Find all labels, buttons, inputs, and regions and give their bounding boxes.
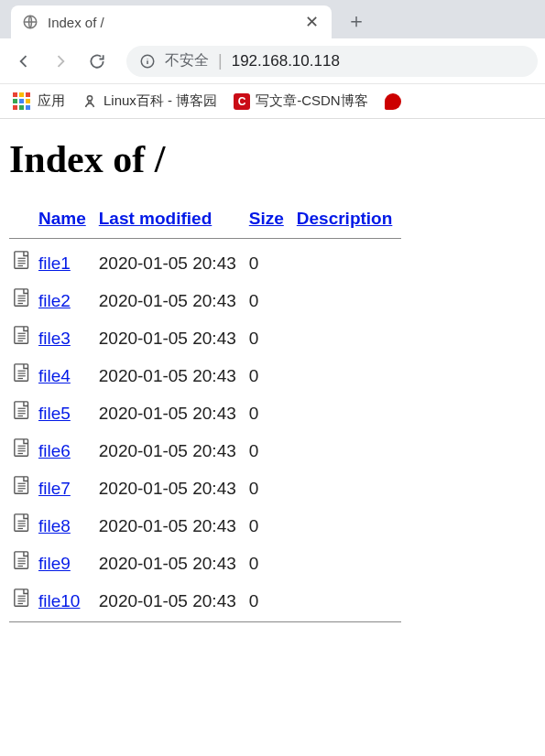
file-size: 0 (245, 357, 293, 394)
file-link[interactable]: file6 (38, 441, 71, 460)
apps-button[interactable]: 应用 (13, 92, 65, 110)
toolbar: 不安全 | 192.168.10.118 (0, 38, 545, 84)
svg-point-4 (87, 95, 92, 100)
file-description (293, 244, 402, 282)
header-divider (9, 238, 401, 239)
file-icon (13, 287, 33, 309)
forward-button[interactable] (44, 45, 77, 78)
bookmark-label: Linux百科 - 博客园 (104, 92, 217, 110)
col-description[interactable]: Description (297, 209, 393, 228)
file-icon (13, 437, 33, 459)
file-link[interactable]: file2 (38, 291, 71, 310)
table-row: file72020-01-05 20:430 (9, 470, 401, 507)
browser-tab[interactable]: Index of / ✕ (11, 5, 332, 38)
table-row: file32020-01-05 20:430 (9, 319, 401, 357)
bookmark-linux[interactable]: Linux百科 - 博客园 (82, 92, 217, 110)
file-size: 0 (245, 545, 293, 582)
redhat-icon (385, 93, 401, 110)
file-modified: 2020-01-05 20:43 (95, 319, 245, 357)
bookmark-label: 写文章-CSDN博客 (256, 92, 368, 110)
file-icon (13, 250, 33, 272)
table-row: file42020-01-05 20:430 (9, 357, 401, 394)
close-icon[interactable]: ✕ (303, 12, 321, 32)
table-header-row: Name Last modified Size Description (9, 203, 401, 236)
file-size: 0 (245, 432, 293, 470)
file-link[interactable]: file10 (38, 591, 80, 610)
file-size: 0 (245, 319, 293, 357)
apps-icon (13, 92, 30, 110)
file-modified: 2020-01-05 20:43 (95, 545, 245, 582)
file-link[interactable]: file3 (38, 329, 71, 348)
file-modified: 2020-01-05 20:43 (95, 394, 245, 432)
file-link[interactable]: file4 (38, 366, 71, 385)
file-description (293, 582, 402, 620)
file-icon (13, 400, 33, 422)
bookmark-csdn[interactable]: C 写文章-CSDN博客 (234, 92, 368, 110)
apps-label: 应用 (38, 92, 65, 110)
separator: | (218, 51, 223, 70)
file-modified: 2020-01-05 20:43 (95, 282, 245, 319)
file-description (293, 545, 402, 582)
file-modified: 2020-01-05 20:43 (95, 470, 245, 507)
table-row: file82020-01-05 20:430 (9, 507, 401, 545)
file-size: 0 (245, 470, 293, 507)
url-text: 192.168.10.118 (232, 52, 340, 70)
bookmarks-bar: 应用 Linux百科 - 博客园 C 写文章-CSDN博客 (0, 84, 545, 119)
file-icon (13, 475, 33, 497)
back-button[interactable] (7, 45, 40, 78)
file-description (293, 319, 402, 357)
file-listing-table: Name Last modified Size Description file… (9, 203, 401, 628)
file-icon (13, 513, 33, 535)
tab-bar: Index of / ✕ ＋ (0, 0, 545, 38)
file-link[interactable]: file1 (38, 254, 71, 273)
table-row: file62020-01-05 20:430 (9, 432, 401, 470)
file-size: 0 (245, 507, 293, 545)
table-row: file22020-01-05 20:430 (9, 282, 401, 319)
file-description (293, 282, 402, 319)
file-icon (13, 588, 33, 610)
file-icon (13, 325, 33, 347)
tab-title: Index of / (48, 15, 294, 30)
file-modified: 2020-01-05 20:43 (95, 507, 245, 545)
table-row: file102020-01-05 20:430 (9, 582, 401, 620)
file-link[interactable]: file5 (38, 404, 71, 423)
page-content: Index of / Name Last modified Size Descr… (0, 119, 545, 637)
not-secure-label: 不安全 (165, 51, 209, 70)
file-modified: 2020-01-05 20:43 (95, 432, 245, 470)
address-bar[interactable]: 不安全 | 192.168.10.118 (126, 46, 538, 77)
file-description (293, 507, 402, 545)
page-title: Index of / (9, 137, 536, 181)
table-row: file52020-01-05 20:430 (9, 394, 401, 432)
file-size: 0 (245, 282, 293, 319)
file-description (293, 357, 402, 394)
footer-divider (9, 621, 401, 622)
bookmark-redhat[interactable] (385, 93, 401, 110)
file-link[interactable]: file7 (38, 479, 71, 498)
file-description (293, 432, 402, 470)
info-icon (139, 53, 156, 70)
col-size[interactable]: Size (249, 209, 284, 228)
table-row: file12020-01-05 20:430 (9, 244, 401, 282)
file-link[interactable]: file9 (38, 554, 71, 573)
file-modified: 2020-01-05 20:43 (95, 582, 245, 620)
file-size: 0 (245, 244, 293, 282)
file-description (293, 470, 402, 507)
file-link[interactable]: file8 (38, 516, 71, 535)
col-modified[interactable]: Last modified (99, 209, 213, 228)
file-icon (13, 362, 33, 384)
file-modified: 2020-01-05 20:43 (95, 244, 245, 282)
table-row: file92020-01-05 20:430 (9, 545, 401, 582)
csdn-icon: C (234, 93, 250, 110)
file-size: 0 (245, 394, 293, 432)
file-modified: 2020-01-05 20:43 (95, 357, 245, 394)
file-icon (13, 550, 33, 572)
new-tab-button[interactable]: ＋ (332, 7, 381, 35)
col-name[interactable]: Name (38, 209, 86, 228)
globe-icon (22, 14, 38, 30)
bookmark-icon (82, 93, 98, 110)
reload-button[interactable] (81, 45, 114, 78)
file-description (293, 394, 402, 432)
file-size: 0 (245, 582, 293, 620)
